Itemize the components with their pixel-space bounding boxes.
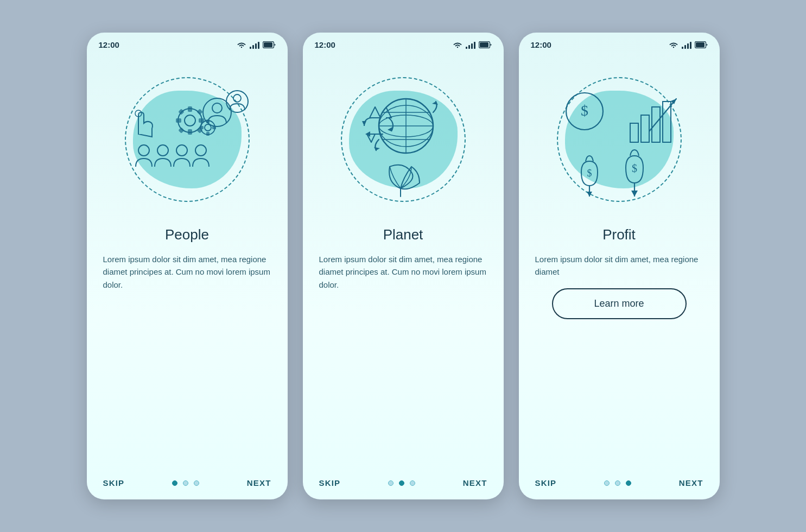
svg-marker-52 <box>587 192 592 197</box>
signal-icon-1 <box>250 41 259 49</box>
screens-container: 12:00 <box>87 33 720 499</box>
svg-point-17 <box>205 124 211 131</box>
people-nav: SKIP NEXT <box>87 468 288 499</box>
wifi-icon-1 <box>237 41 246 49</box>
people-illustration <box>87 53 288 226</box>
svg-text:$: $ <box>581 102 588 119</box>
status-icons-3 <box>669 41 708 49</box>
profit-title: Profit <box>535 226 703 243</box>
status-bar-1: 12:00 <box>87 33 288 53</box>
svg-rect-45 <box>630 123 638 142</box>
svg-point-7 <box>185 115 195 126</box>
planet-content: Planet Lorem ipsum dolor sit dim amet, m… <box>303 226 504 468</box>
dot-indicators-3 <box>604 480 631 486</box>
svg-rect-13 <box>196 109 202 115</box>
svg-marker-38 <box>362 121 366 126</box>
svg-rect-10 <box>176 118 181 123</box>
time-3: 12:00 <box>531 40 551 49</box>
dot-2-3 <box>410 480 415 486</box>
svg-point-5 <box>195 145 206 156</box>
dot-3-1 <box>604 480 610 486</box>
people-content: People Lorem ipsum dolor sit dim amet, m… <box>87 226 288 468</box>
profit-nav: SKIP NEXT <box>519 468 720 499</box>
phone-screen-planet: 12:00 <box>303 33 504 499</box>
svg-marker-55 <box>631 191 638 197</box>
people-desc: Lorem ipsum dolor sit dim amet, mea regi… <box>103 253 271 291</box>
battery-icon-1 <box>263 41 276 48</box>
svg-point-3 <box>157 145 168 156</box>
planet-desc: Lorem ipsum dolor sit dim amet, mea regi… <box>319 253 487 291</box>
wifi-icon-3 <box>669 41 678 49</box>
dot-2-1 <box>388 480 394 486</box>
svg-rect-8 <box>188 106 192 112</box>
skip-btn-2[interactable]: SKIP <box>319 478 341 487</box>
signal-icon-2 <box>466 41 475 49</box>
planet-title: Planet <box>319 226 487 243</box>
skip-btn-1[interactable]: SKIP <box>103 478 125 487</box>
svg-rect-46 <box>641 115 649 142</box>
profit-content: Profit Lorem ipsum dolor sit dim amet, m… <box>519 226 720 468</box>
signal-icon-3 <box>682 41 691 49</box>
next-btn-1[interactable]: NEXT <box>247 478 271 487</box>
dot-1-1 <box>172 480 177 486</box>
svg-marker-36 <box>432 102 438 105</box>
dot-3-2 <box>615 480 620 486</box>
profit-svg: $ $ <box>549 69 690 210</box>
svg-rect-1 <box>264 42 272 47</box>
battery-icon-3 <box>695 41 708 48</box>
dot-2-2 <box>399 480 404 486</box>
svg-rect-20 <box>200 126 204 129</box>
svg-rect-12 <box>178 109 184 115</box>
learn-more-button[interactable]: Learn more <box>552 288 687 319</box>
svg-text:$: $ <box>587 168 592 179</box>
svg-rect-9 <box>188 129 192 135</box>
dot-1-2 <box>183 480 188 486</box>
svg-rect-28 <box>480 42 488 47</box>
profit-illustration: $ $ <box>519 53 720 226</box>
dot-indicators-1 <box>172 480 199 486</box>
skip-btn-3[interactable]: SKIP <box>535 478 557 487</box>
dot-1-3 <box>194 480 199 486</box>
time-2: 12:00 <box>315 40 335 49</box>
svg-point-26 <box>233 94 241 102</box>
phone-screen-people: 12:00 <box>87 33 288 499</box>
planet-nav: SKIP NEXT <box>303 468 504 499</box>
dot-indicators-2 <box>388 480 415 486</box>
planet-svg <box>333 69 474 210</box>
svg-point-23 <box>212 103 222 113</box>
phone-screen-profit: 12:00 <box>519 33 720 499</box>
people-svg <box>117 69 258 210</box>
status-icons-2 <box>453 41 492 49</box>
svg-rect-14 <box>178 127 184 133</box>
battery-icon-2 <box>479 41 492 48</box>
svg-rect-47 <box>652 107 660 142</box>
svg-rect-19 <box>206 132 210 136</box>
profit-desc: Lorem ipsum dolor sit dim amet, mea regi… <box>535 253 703 278</box>
status-bar-2: 12:00 <box>303 33 504 53</box>
time-1: 12:00 <box>99 40 119 49</box>
next-btn-3[interactable]: NEXT <box>679 478 703 487</box>
svg-marker-37 <box>374 147 380 150</box>
svg-point-2 <box>138 145 149 156</box>
status-bar-3: 12:00 <box>519 33 720 53</box>
dot-3-3 <box>626 480 631 486</box>
svg-point-4 <box>176 145 187 156</box>
status-icons-1 <box>237 41 276 49</box>
next-btn-2[interactable]: NEXT <box>463 478 487 487</box>
wifi-icon-2 <box>453 41 462 49</box>
svg-text:$: $ <box>632 162 637 174</box>
people-title: People <box>103 226 271 243</box>
svg-rect-42 <box>696 42 705 47</box>
planet-illustration <box>303 53 504 226</box>
